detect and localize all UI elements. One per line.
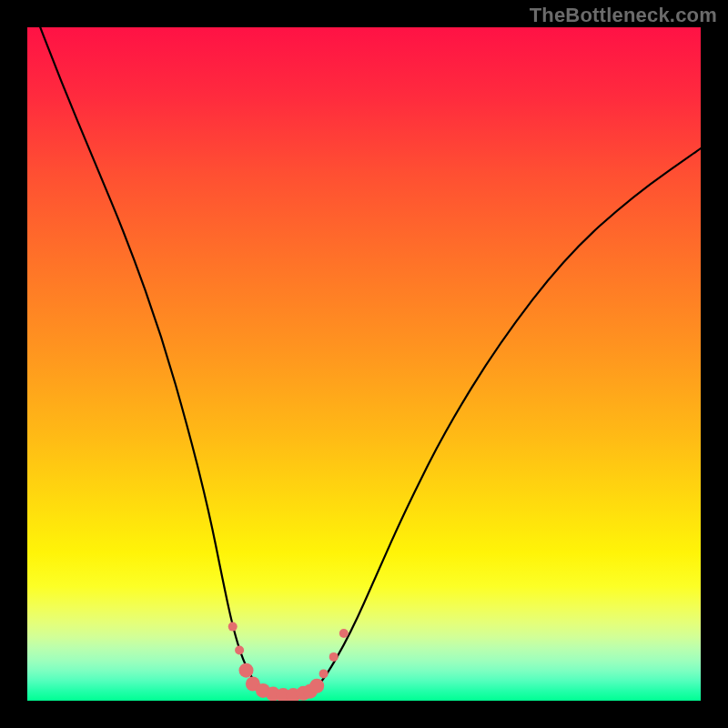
data-marker [319, 669, 329, 678]
plot-area [27, 27, 701, 701]
data-marker [228, 622, 238, 632]
data-marker [339, 629, 349, 638]
data-marker [239, 663, 254, 678]
watermark-text: TheBottleneck.com [530, 4, 717, 27]
data-marker [235, 646, 244, 655]
bottleneck-curve [27, 27, 701, 695]
chart-stage: TheBottleneck.com [0, 0, 728, 728]
data-marker [329, 652, 339, 662]
curve-layer [27, 27, 701, 701]
data-markers [228, 622, 349, 701]
data-marker [309, 679, 324, 693]
